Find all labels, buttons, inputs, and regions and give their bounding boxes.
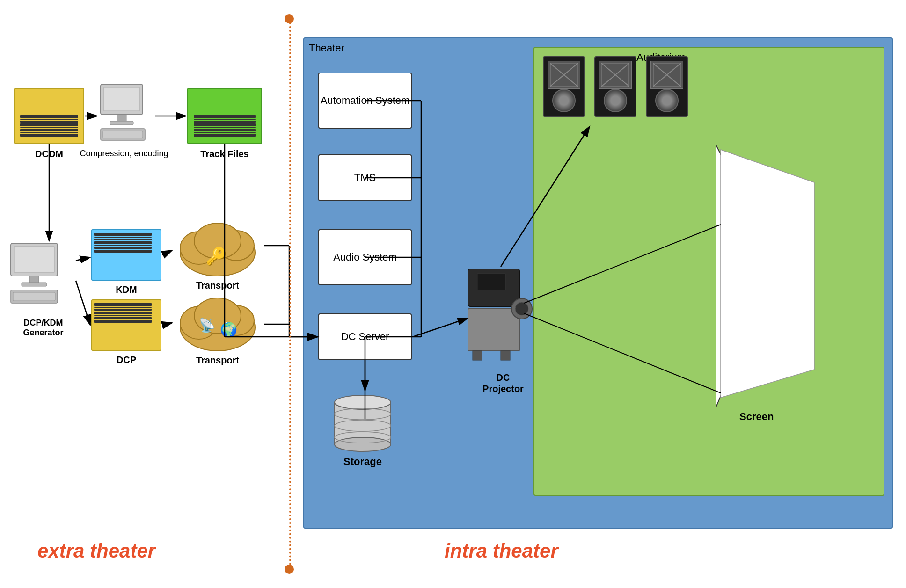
projector-label: DCProjector (466, 372, 541, 394)
svg-text:🌍: 🌍 (220, 321, 238, 338)
tms-box: TMS (318, 154, 412, 201)
kdm-label: KDM (91, 284, 161, 295)
dcdm-label: DCDM (14, 149, 84, 160)
screen-label: Screen (739, 411, 774, 423)
trackfiles-box (187, 88, 262, 144)
screen-area: Screen (716, 145, 819, 409)
dcp-box (91, 299, 161, 351)
speaker-icon-1 (543, 56, 585, 117)
dcdm-barcodes (18, 112, 80, 141)
extra-theater-label: extra theater (37, 540, 155, 562)
dcp-barcodes (92, 300, 153, 326)
speaker-icon-2 (594, 56, 636, 117)
audio-system-box: Audio System (318, 229, 412, 285)
speaker-woofer-1 (552, 89, 576, 112)
svg-rect-32 (29, 276, 39, 283)
vertical-divider (289, 19, 291, 569)
dc-server-box: DC Server (318, 313, 412, 360)
projector-area (463, 264, 538, 369)
svg-rect-19 (473, 351, 482, 360)
dcdm-box (14, 88, 84, 144)
svg-rect-33 (22, 283, 47, 286)
theater-label: Theater (309, 42, 344, 54)
divider-dot-top (285, 14, 294, 23)
kdm-box (91, 229, 161, 281)
compression-label: Compression, encoding (77, 149, 171, 159)
speaker-woofer-3 (655, 89, 679, 112)
generator-computer (8, 241, 74, 311)
automation-system-label: Automation System (321, 94, 410, 108)
tms-label: TMS (354, 171, 376, 185)
svg-rect-16 (468, 309, 519, 351)
svg-point-18 (515, 302, 528, 315)
speaker-group (543, 56, 688, 117)
dcp-label: DCP (91, 355, 161, 365)
storage-area: Storage (325, 388, 400, 468)
svg-rect-35 (13, 292, 55, 301)
intra-theater-label: intra theater (445, 540, 558, 562)
generator-label: DCP/KDMGenerator (5, 318, 82, 338)
svg-rect-20 (501, 351, 510, 360)
svg-text:📡: 📡 (199, 318, 215, 333)
svg-point-11 (335, 437, 391, 451)
transport-cloud-2: 📡 🌍 Transport (171, 290, 264, 366)
trackfiles-label: Track Files (187, 149, 262, 160)
svg-line-53 (76, 257, 90, 261)
svg-marker-23 (721, 150, 814, 398)
svg-rect-31 (14, 247, 54, 272)
svg-rect-29 (103, 131, 143, 138)
trackfiles-barcodes (192, 112, 257, 141)
svg-rect-21 (477, 274, 505, 290)
svg-rect-27 (110, 121, 133, 125)
svg-text:🔑: 🔑 (206, 246, 227, 266)
speaker-icon-3 (646, 56, 688, 117)
automation-system-box: Automation System (318, 73, 412, 129)
computer-compression (98, 82, 154, 145)
transport-cloud-1: 🔑 Transport (171, 215, 264, 291)
dc-server-label: DC Server (341, 330, 389, 344)
speaker-grille-2 (599, 61, 632, 89)
divider-dot-bottom (285, 565, 294, 574)
kdm-barcodes (92, 230, 153, 255)
svg-point-10 (335, 395, 391, 409)
svg-rect-26 (117, 115, 126, 122)
audio-system-label: Audio System (333, 251, 397, 264)
svg-rect-25 (104, 87, 139, 111)
speaker-woofer-2 (604, 89, 627, 112)
speaker-grille-3 (650, 61, 683, 89)
speaker-grille-1 (548, 61, 580, 89)
